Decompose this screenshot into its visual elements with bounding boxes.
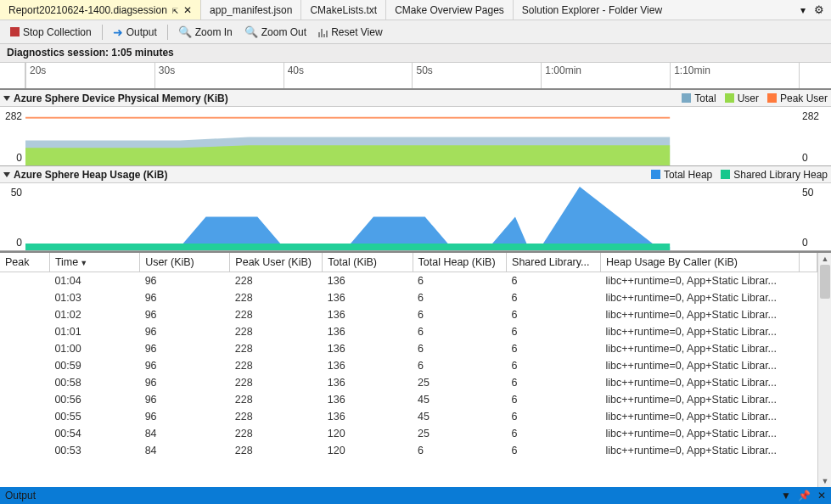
data-table-container: PeakTime▼User (KiB)Peak User (KiB)Total … [0,251,831,487]
col-heap-usage-by-caller-kib-[interactable]: Heap Usage By Caller (KiB) [601,253,800,272]
chart1-svg [25,107,799,165]
col-user-kib-[interactable]: User (KiB) [140,253,230,272]
diag-toolbar: Stop Collection ➜Output 🔍Zoom In 🔍Zoom O… [0,20,831,44]
col-total-heap-kib-[interactable]: Total Heap (KiB) [413,253,506,272]
stop-icon [10,27,20,36]
table-row[interactable]: 01:019622813666libc++runtime=0, App+Stat… [0,323,817,340]
overflow-icon[interactable]: ▾ [800,4,806,16]
data-table: PeakTime▼User (KiB)Peak User (KiB)Total … [0,253,817,459]
tab-solution-explorer[interactable]: Solution Explorer - Folder View [514,0,671,20]
dropdown-icon[interactable]: ▼ [781,490,791,501]
table-row[interactable]: 00:538422812066libc++runtime=0, App+Stat… [0,442,817,459]
pin-icon[interactable]: ⇱ [172,4,178,16]
session-header: Diagnostics session: 1:05 minutes [0,44,831,63]
zoom-out-button[interactable]: 🔍Zoom Out [239,23,312,41]
chart1-legend: TotalUserPeak User [682,92,828,104]
tab-app-manifest[interactable]: app_manifest.json [201,0,301,20]
col-shared-library-[interactable]: Shared Library... [507,253,601,272]
swatch-icon [651,170,660,179]
legend-item: Total [682,92,716,104]
sort-desc-icon: ▼ [80,259,87,267]
close-icon[interactable]: ✕ [817,490,826,501]
chart1-area[interactable]: 2820 2820 [0,107,831,166]
chart2-area[interactable]: 500 500 [0,183,831,251]
table-row[interactable]: 01:029622813666libc++runtime=0, App+Stat… [0,306,817,323]
tab-label: app_manifest.json [210,4,292,16]
timeline-tick: 30s [154,63,284,88]
swatch-icon [725,93,734,103]
chart2-svg [25,183,799,250]
tab-cmake-overview[interactable]: CMake Overview Pages [386,0,514,20]
col-peak-user-kib-[interactable]: Peak User (KiB) [230,253,323,272]
tab-label: CMake Overview Pages [395,4,504,16]
output-icon: ➜ [113,25,123,39]
timeline-tick: 40s [284,63,413,88]
chart2-title: Azure Sphere Heap Usage (KiB) [14,169,167,181]
table-row[interactable]: 01:039622813666libc++runtime=0, App+Stat… [0,289,817,306]
legend-item: Peak User [767,92,828,104]
table-row[interactable]: 00:5484228120256libc++runtime=0, App+Sta… [0,425,817,442]
legend-item: Total Heap [651,169,712,181]
scroll-thumb[interactable] [820,265,830,299]
col-total-kib-[interactable]: Total (KiB) [323,253,413,272]
swatch-icon [721,170,730,179]
swatch-icon [682,93,691,103]
col-time[interactable]: Time▼ [49,253,139,272]
chart2-header[interactable]: Azure Sphere Heap Usage (KiB) Total Heap… [0,166,831,183]
output-label: Output [5,490,36,501]
gear-icon[interactable]: ⚙ [814,3,824,16]
timeline-tick: 1:00min [541,63,670,88]
close-icon[interactable]: ✕ [183,4,192,16]
table-body: 01:049622813666libc++runtime=0, App+Stat… [0,272,817,460]
zoom-in-icon: 🔍 [178,25,192,38]
table-row[interactable]: 00:5896228136256libc++runtime=0, App+Sta… [0,374,817,391]
pin-icon[interactable]: 📌 [798,490,811,501]
output-button[interactable]: ➜Output [108,23,162,42]
scroll-up-icon[interactable]: ▲ [818,253,831,265]
chart1-title: Azure Sphere Device Physical Memory (KiB… [14,92,228,104]
tab-cmakelists[interactable]: CMakeLists.txt [301,0,386,20]
table-row[interactable]: 01:049622813666libc++runtime=0, App+Stat… [0,272,817,290]
scroll-down-icon[interactable]: ▼ [818,475,831,487]
timeline-tick: 20s [25,63,154,88]
chart2-legend: Total HeapShared Library Heap [651,169,828,181]
reset-view-button[interactable]: Reset View [313,24,387,41]
stop-collection-button[interactable]: Stop Collection [5,24,97,41]
separator [167,25,168,40]
collapse-icon[interactable] [3,172,10,177]
tab-label: Solution Explorer - Folder View [522,4,662,16]
zoom-in-button[interactable]: 🔍Zoom In [173,23,238,41]
timeline-ruler[interactable]: 20s30s40s50s1:00min1:10min [0,63,831,90]
chart1-header[interactable]: Azure Sphere Device Physical Memory (KiB… [0,90,831,107]
chart-icon [318,27,328,37]
legend-item: Shared Library Heap [721,169,828,181]
table-row[interactable]: 00:5596228136456libc++runtime=0, App+Sta… [0,408,817,425]
output-panel-header[interactable]: Output ▼ 📌 ✕ [0,487,831,504]
separator [102,25,103,40]
table-row[interactable]: 00:599622813666libc++runtime=0, App+Stat… [0,357,817,374]
vertical-scrollbar[interactable]: ▲ ▼ [817,253,831,487]
timeline-tick: 50s [412,63,541,88]
timeline-tick: 1:10min [670,63,799,88]
table-row[interactable]: 00:5696228136456libc++runtime=0, App+Sta… [0,391,817,408]
tab-label: Report20210624-1400.diagsession [8,4,167,16]
col-peak[interactable]: Peak [0,253,49,272]
swatch-icon [767,93,777,103]
table-row[interactable]: 01:009622813666libc++runtime=0, App+Stat… [0,340,817,357]
table-header-row: PeakTime▼User (KiB)Peak User (KiB)Total … [0,253,817,272]
zoom-out-icon: 🔍 [244,25,258,38]
document-tabs: Report20210624-1400.diagsession ⇱ ✕ app_… [0,0,831,20]
collapse-icon[interactable] [3,96,10,101]
legend-item: User [725,92,759,104]
tab-report-diagsession[interactable]: Report20210624-1400.diagsession ⇱ ✕ [0,0,201,20]
tab-label: CMakeLists.txt [310,4,377,16]
